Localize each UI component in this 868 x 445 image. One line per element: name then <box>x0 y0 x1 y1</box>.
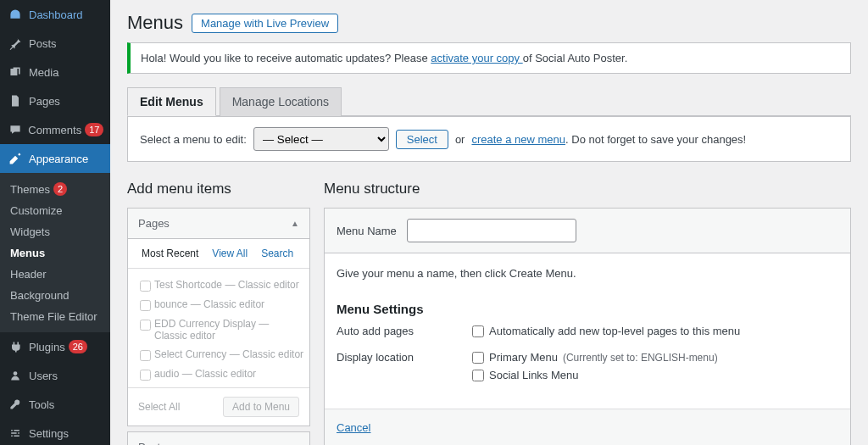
list-item[interactable]: audio — Classic editor <box>140 364 304 384</box>
pin-icon <box>7 35 24 52</box>
page-checkbox[interactable] <box>140 281 151 292</box>
sidebar-item-dashboard[interactable]: Dashboard <box>0 0 110 29</box>
sidebar-item-comments[interactable]: Comments17 <box>0 115 110 144</box>
select-button[interactable]: Select <box>396 130 448 149</box>
sidebar-item-tools[interactable]: Tools <box>0 390 110 419</box>
settings-icon <box>7 425 24 442</box>
sidebar-item-pages[interactable]: Pages <box>0 86 110 115</box>
tab-manage-locations[interactable]: Manage Locations <box>220 87 342 116</box>
main-content: Menus Manage with Live Preview Hola! Wou… <box>110 0 868 445</box>
sidebar-item-appearance[interactable]: Appearance <box>0 144 110 173</box>
posts-accordion-toggle[interactable]: Posts▼ <box>127 431 310 445</box>
cancel-link[interactable]: Cancel <box>337 421 370 434</box>
primary-menu-checkbox[interactable] <box>472 352 484 364</box>
sidebar-label: Appearance <box>29 153 88 165</box>
menu-select-bar: Select a menu to edit: — Select — Select… <box>127 116 851 162</box>
menu-frame: Menu Name Give your menu a name, then cl… <box>324 208 851 445</box>
submenu-header[interactable]: Header <box>0 264 110 285</box>
page-checkbox[interactable] <box>140 350 151 361</box>
menu-hint: Give your menu a name, then click Create… <box>337 267 838 280</box>
subtab-search[interactable]: Search <box>254 239 300 268</box>
auto-add-checkbox[interactable] <box>472 325 484 337</box>
tool-icon <box>7 396 24 413</box>
plugin-icon <box>7 338 24 355</box>
pages-list[interactable]: Test Shortcode — Classic editor bounce —… <box>128 269 309 387</box>
add-to-menu-button[interactable]: Add to Menu <box>223 397 299 417</box>
add-menu-items-heading: Add menu items <box>127 181 310 197</box>
nav-tabs: Edit Menus Manage Locations <box>127 87 851 116</box>
activate-copy-link[interactable]: activate your copy <box>431 52 522 64</box>
dashboard-icon <box>7 6 24 23</box>
subtab-most-recent[interactable]: Most Recent <box>135 239 205 268</box>
create-new-menu-link[interactable]: create a new menu <box>471 133 565 146</box>
select-all-link[interactable]: Select All <box>138 401 180 413</box>
menu-select[interactable]: — Select — <box>253 127 389 151</box>
page-icon <box>7 92 24 109</box>
comment-icon <box>7 121 23 138</box>
sidebar-label: Users <box>29 370 58 382</box>
live-preview-button[interactable]: Manage with Live Preview <box>192 14 338 33</box>
chevron-up-icon: ▲ <box>291 219 299 228</box>
user-icon <box>7 367 24 384</box>
select-menu-label: Select a menu to edit: <box>140 133 247 146</box>
page-checkbox[interactable] <box>140 320 151 331</box>
list-item[interactable]: Select Currency — Classic editor <box>140 345 304 364</box>
list-item[interactable]: Test Shortcode — Classic editor <box>140 275 304 295</box>
sidebar-label: Dashboard <box>29 8 83 21</box>
list-item[interactable]: EDD Currency Display — Classic editor <box>140 314 304 345</box>
sidebar-item-media[interactable]: Media <box>0 58 110 86</box>
sidebar-label: Posts <box>29 37 57 50</box>
sidebar-label: Media <box>29 66 58 79</box>
subtab-view-all[interactable]: View All <box>205 239 254 268</box>
sidebar-label: Plugins <box>29 341 65 353</box>
page-title: Menus <box>127 12 183 34</box>
plugins-badge: 26 <box>69 340 87 353</box>
submenu-theme-file-editor[interactable]: Theme File Editor <box>0 306 110 327</box>
page-checkbox[interactable] <box>140 300 151 311</box>
social-links-checkbox[interactable] <box>472 370 484 381</box>
pages-accordion: Pages▲ Most Recent View All Search Test … <box>127 208 310 426</box>
sidebar-item-settings[interactable]: Settings <box>0 419 110 445</box>
update-notice: Hola! Would you like to receive automati… <box>127 42 851 74</box>
submenu-background[interactable]: Background <box>0 285 110 306</box>
submenu-widgets[interactable]: Widgets <box>0 221 110 242</box>
sidebar-label: Settings <box>29 427 69 440</box>
sidebar-item-plugins[interactable]: Plugins26 <box>0 332 110 361</box>
appearance-submenu: Themes2 Customize Widgets Menus Header B… <box>0 173 110 332</box>
admin-sidebar: Dashboard Posts Media Pages Comments17 A… <box>0 0 110 445</box>
pages-accordion-toggle[interactable]: Pages▲ <box>128 209 309 239</box>
auto-add-label: Auto add pages <box>337 325 472 342</box>
menu-name-input[interactable] <box>407 219 576 242</box>
sidebar-label: Tools <box>29 398 54 411</box>
comments-badge: 17 <box>85 123 103 136</box>
submenu-menus[interactable]: Menus <box>0 242 110 264</box>
sidebar-item-posts[interactable]: Posts <box>0 29 110 58</box>
menu-structure-heading: Menu structure <box>324 181 851 197</box>
sidebar-label: Pages <box>29 95 60 108</box>
submenu-themes[interactable]: Themes2 <box>0 178 110 200</box>
tab-edit-menus[interactable]: Edit Menus <box>127 87 216 116</box>
display-location-label: Display location <box>337 351 472 387</box>
appearance-icon <box>7 150 24 167</box>
media-icon <box>7 64 24 81</box>
sidebar-label: Comments <box>28 124 81 136</box>
page-checkbox[interactable] <box>140 370 151 381</box>
menu-settings-heading: Menu Settings <box>337 302 838 316</box>
sidebar-item-users[interactable]: Users <box>0 361 110 390</box>
list-item[interactable]: bounce — Classic editor <box>140 295 304 314</box>
menu-name-label: Menu Name <box>337 225 397 237</box>
themes-badge: 2 <box>53 182 67 196</box>
submenu-customize[interactable]: Customize <box>0 200 110 221</box>
